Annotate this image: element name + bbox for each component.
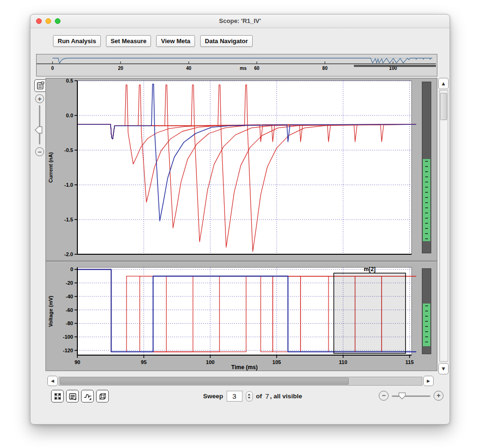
right-arrow-icon: ▶ [427,379,430,383]
voltage-axis-title: Voltage (mV) [48,296,53,327]
zoom-slider-thumb[interactable] [398,392,406,400]
up-arrow-icon: ▲ [442,81,445,86]
y-tick-label: -100 [63,334,73,340]
overview-tick-label: 0 [51,66,54,71]
data-navigator-button[interactable]: Data Navigator [200,35,253,47]
horizontal-zoom-control: − + [379,391,443,401]
waveform-icon [83,392,92,401]
sweep-of-label: of [256,393,262,400]
cube-icon [98,392,107,401]
fit-view-button[interactable] [51,390,64,402]
y-tick-label: -40 [66,294,73,299]
y-tick-label: -0.5 [64,147,73,153]
zoom-window-button[interactable] [55,18,60,24]
sweep-number-field[interactable]: 3 [226,391,242,402]
vertical-scroll-track[interactable] [439,90,448,362]
voltage-plot[interactable]: m[2]0-20-40-60-80-100-120909510010511011… [46,265,416,372]
x-tick-label: 110 [339,359,347,365]
window-title: Scope: 'R1_IV' [30,15,450,28]
overview-tick-label: 40 [186,66,192,71]
set-measure-button[interactable]: Set Measure [106,35,151,47]
voltage-range-green-segment[interactable] [423,304,430,346]
overview-tick-label: 80 [322,66,328,71]
vertical-zoom-slider: + − [34,94,45,156]
measure-region-label: m[2] [364,266,375,273]
horizontal-scrollbar: ◀ ▶ [47,376,434,386]
y-tick-label: -1.0 [64,182,73,188]
trace-style-menu-button[interactable] [81,390,94,402]
slider-thumb-icon [35,126,43,134]
current-plot[interactable]: 0.50.0-0.5-1.0-1.5-2.0Current (nA) [46,78,416,258]
window-controls [36,18,60,24]
minimize-button[interactable] [45,18,51,24]
display-mode-menu-button[interactable] [66,390,79,402]
plus-icon: + [436,392,440,399]
overview-plot[interactable]: 020406080100ms [37,54,436,75]
scroll-left-button[interactable]: ◀ [47,376,58,386]
desktop-background: Scope: 'R1_IV' Run Analysis Set Measure … [0,0,480,448]
scope-window: Scope: 'R1_IV' Run Analysis Set Measure … [30,14,450,425]
y-tick-label: 0.5 [66,78,73,84]
list-icon [68,392,77,401]
overview-trace [52,58,432,63]
scroll-right-button[interactable]: ▶ [423,376,434,386]
scroll-down-button[interactable]: ▼ [438,363,449,374]
slider-thumb-icon [398,392,406,400]
zoom-in-button[interactable]: + [434,391,443,401]
sweep-stepper[interactable] [246,391,253,402]
expand-arrows-icon [53,392,62,401]
overview-strip[interactable]: 020406080100ms [36,54,437,76]
sweep-suffix: , all visible [270,393,302,400]
horizontal-scroll-thumb[interactable] [60,378,349,385]
plus-icon: + [38,95,41,103]
y-tick-label: -120 [63,348,73,353]
zoom-in-vertical-button[interactable]: + [35,94,44,103]
left-arrow-icon: ◀ [51,379,54,383]
y-tick-label: -20 [66,280,73,286]
x-tick-label: 105 [272,359,281,365]
sweep-total: 7 [265,392,269,400]
y-tick-label: 0.0 [66,113,73,118]
sweep-controls: Sweep 3 of 7 , all visible [203,391,302,402]
measure-region[interactable] [334,273,405,353]
view-meta-button[interactable]: View Meta [156,35,195,47]
run-analysis-button[interactable]: Run Analysis [53,35,101,47]
current-range-green-segment[interactable] [423,159,430,241]
overlay-3d-button[interactable] [96,390,109,402]
current-axis-title: Current (nA) [48,152,53,182]
voltage-range-indicator[interactable] [422,268,431,354]
overview-unit-label: ms [240,66,247,71]
x-tick-label: 90 [75,359,80,365]
x-tick-label: 100 [206,359,214,365]
toolbar: Run Analysis Set Measure View Meta Data … [53,35,253,47]
script-panel-button[interactable] [34,79,47,92]
minus-icon: − [38,148,41,156]
current-range-indicator[interactable] [422,82,431,253]
y-tick-label: -80 [66,320,73,326]
title-bar[interactable]: Scope: 'R1_IV' [30,15,450,28]
vertical-zoom-thumb[interactable] [35,126,43,134]
y-tick-label: -1.5 [64,217,73,222]
scroll-up-button[interactable]: ▲ [438,78,449,89]
vertical-scroll-thumb[interactable] [440,93,447,120]
plot-splitter[interactable] [46,260,437,263]
vertical-zoom-track[interactable] [39,105,40,144]
close-button[interactable] [36,18,42,24]
x-axis-title: Time (ms) [231,364,257,371]
zoom-slider-track[interactable] [392,395,430,397]
y-tick-label: 0 [70,266,73,272]
overview-tick-label: 20 [118,66,124,71]
stepper-up-icon [248,394,251,395]
plot-frame: 0.50.0-0.5-1.0-1.5-2.0Current (nA) m[2]0… [45,78,437,371]
x-tick-label: 115 [405,359,414,365]
overview-tick-label: 60 [254,66,260,71]
zoom-out-button[interactable]: − [379,391,389,401]
sweep-label: Sweep [203,393,223,400]
y-tick-label: -60 [66,307,73,313]
horizontal-scroll-track[interactable] [59,377,422,386]
script-icon [36,81,45,90]
zoom-slider[interactable] [392,392,430,400]
minus-icon: − [382,392,385,399]
zoom-out-vertical-button[interactable]: − [35,147,44,156]
overview-selection-bar[interactable] [354,65,436,67]
